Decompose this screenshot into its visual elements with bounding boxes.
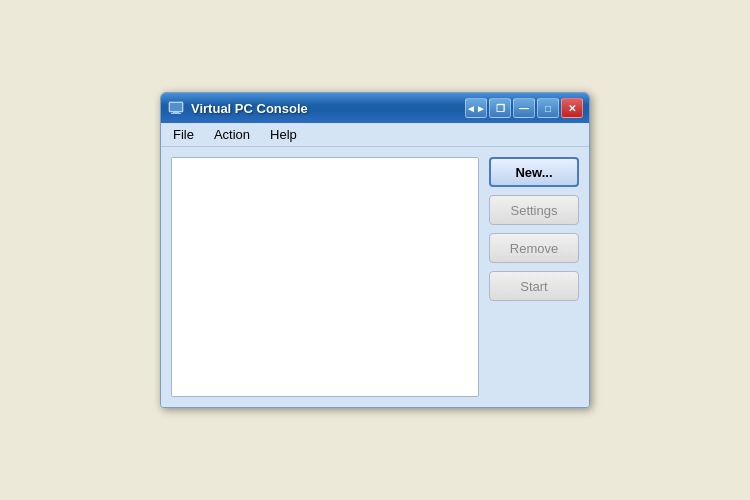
menu-action[interactable]: Action (206, 125, 258, 144)
main-window: Virtual PC Console ◄► ❐ — □ ✕ File Actio… (160, 92, 590, 408)
remove-button[interactable]: Remove (489, 233, 579, 263)
vm-list[interactable] (171, 157, 479, 397)
menu-file[interactable]: File (165, 125, 202, 144)
menu-help[interactable]: Help (262, 125, 305, 144)
restore-button[interactable]: ❐ (489, 98, 511, 118)
new-button[interactable]: New... (489, 157, 579, 187)
title-bar: Virtual PC Console ◄► ❐ — □ ✕ (161, 93, 589, 123)
menu-bar: File Action Help (161, 123, 589, 147)
close-button[interactable]: ✕ (561, 98, 583, 118)
maximize-button[interactable]: □ (537, 98, 559, 118)
content-area: New... Settings Remove Start (161, 147, 589, 407)
minimize-button[interactable]: — (513, 98, 535, 118)
svg-rect-3 (171, 113, 181, 114)
nav-button[interactable]: ◄► (465, 98, 487, 118)
settings-button[interactable]: Settings (489, 195, 579, 225)
start-button[interactable]: Start (489, 271, 579, 301)
buttons-panel: New... Settings Remove Start (489, 157, 579, 397)
svg-rect-1 (170, 103, 182, 111)
window-title: Virtual PC Console (191, 101, 459, 116)
app-icon (167, 99, 185, 117)
window-controls: ◄► ❐ — □ ✕ (465, 98, 583, 118)
